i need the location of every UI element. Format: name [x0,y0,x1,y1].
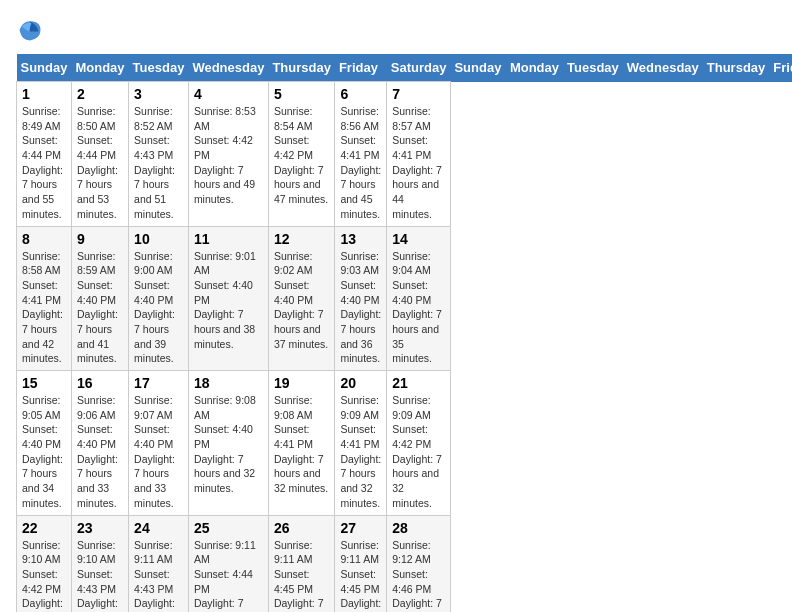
day-info: Sunrise: 9:03 AMSunset: 4:40 PMDaylight:… [340,249,381,367]
day-number: 28 [392,520,445,536]
day-cell: 10 Sunrise: 9:00 AMSunset: 4:40 PMDaylig… [129,226,189,371]
day-cell: 8 Sunrise: 8:58 AMSunset: 4:41 PMDayligh… [17,226,72,371]
day-number: 15 [22,375,66,391]
col-header-thursday: Thursday [703,54,770,82]
day-cell: 23 Sunrise: 9:10 AMSunset: 4:43 PMDaylig… [71,515,128,612]
day-number: 3 [134,86,183,102]
col-header-saturday: Saturday [387,54,451,82]
col-header-friday: Friday [335,54,387,82]
day-info: Sunrise: 9:04 AMSunset: 4:40 PMDaylight:… [392,249,445,367]
day-info: Sunrise: 9:09 AMSunset: 4:42 PMDaylight:… [392,393,445,511]
day-cell: 22 Sunrise: 9:10 AMSunset: 4:42 PMDaylig… [17,515,72,612]
col-header-wednesday: Wednesday [623,54,703,82]
logo [16,16,48,44]
day-info: Sunrise: 8:50 AMSunset: 4:44 PMDaylight:… [77,104,123,222]
day-number: 20 [340,375,381,391]
day-number: 21 [392,375,445,391]
day-info: Sunrise: 9:05 AMSunset: 4:40 PMDaylight:… [22,393,66,511]
day-number: 13 [340,231,381,247]
day-info: Sunrise: 9:11 AMSunset: 4:45 PMDaylight:… [274,538,330,613]
day-number: 10 [134,231,183,247]
col-header-thursday: Thursday [268,54,335,82]
day-info: Sunrise: 9:09 AMSunset: 4:41 PMDaylight:… [340,393,381,511]
day-cell: 24 Sunrise: 9:11 AMSunset: 4:43 PMDaylig… [129,515,189,612]
calendar-header-row: SundayMondayTuesdayWednesdayThursdayFrid… [17,54,793,82]
day-info: Sunrise: 9:01 AMSunset: 4:40 PMDaylight:… [194,249,263,352]
day-number: 19 [274,375,330,391]
day-cell: 7 Sunrise: 8:57 AMSunset: 4:41 PMDayligh… [387,82,451,227]
day-cell: 4 Sunrise: 8:53 AMSunset: 4:42 PMDayligh… [188,82,268,227]
day-info: Sunrise: 8:52 AMSunset: 4:43 PMDaylight:… [134,104,183,222]
day-number: 7 [392,86,445,102]
col-header-wednesday: Wednesday [188,54,268,82]
day-info: Sunrise: 9:10 AMSunset: 4:43 PMDaylight:… [77,538,123,613]
day-number: 6 [340,86,381,102]
day-info: Sunrise: 8:53 AMSunset: 4:42 PMDaylight:… [194,104,263,207]
day-cell: 21 Sunrise: 9:09 AMSunset: 4:42 PMDaylig… [387,371,451,516]
day-number: 9 [77,231,123,247]
day-number: 11 [194,231,263,247]
day-cell: 16 Sunrise: 9:06 AMSunset: 4:40 PMDaylig… [71,371,128,516]
day-cell: 5 Sunrise: 8:54 AMSunset: 4:42 PMDayligh… [268,82,335,227]
day-cell: 25 Sunrise: 9:11 AMSunset: 4:44 PMDaylig… [188,515,268,612]
day-number: 16 [77,375,123,391]
day-cell: 12 Sunrise: 9:02 AMSunset: 4:40 PMDaylig… [268,226,335,371]
day-info: Sunrise: 8:59 AMSunset: 4:40 PMDaylight:… [77,249,123,367]
day-cell: 26 Sunrise: 9:11 AMSunset: 4:45 PMDaylig… [268,515,335,612]
day-cell: 1 Sunrise: 8:49 AMSunset: 4:44 PMDayligh… [17,82,72,227]
day-info: Sunrise: 9:11 AMSunset: 4:43 PMDaylight:… [134,538,183,613]
day-info: Sunrise: 9:10 AMSunset: 4:42 PMDaylight:… [22,538,66,613]
day-number: 12 [274,231,330,247]
week-row-3: 15 Sunrise: 9:05 AMSunset: 4:40 PMDaylig… [17,371,793,516]
day-number: 27 [340,520,381,536]
col-header-monday: Monday [506,54,563,82]
col-header-tuesday: Tuesday [563,54,623,82]
day-cell: 2 Sunrise: 8:50 AMSunset: 4:44 PMDayligh… [71,82,128,227]
day-cell: 9 Sunrise: 8:59 AMSunset: 4:40 PMDayligh… [71,226,128,371]
logo-icon [16,16,44,44]
day-cell: 15 Sunrise: 9:05 AMSunset: 4:40 PMDaylig… [17,371,72,516]
day-number: 23 [77,520,123,536]
day-info: Sunrise: 8:58 AMSunset: 4:41 PMDaylight:… [22,249,66,367]
day-info: Sunrise: 8:57 AMSunset: 4:41 PMDaylight:… [392,104,445,222]
day-number: 17 [134,375,183,391]
day-cell: 17 Sunrise: 9:07 AMSunset: 4:40 PMDaylig… [129,371,189,516]
day-info: Sunrise: 9:00 AMSunset: 4:40 PMDaylight:… [134,249,183,367]
day-number: 24 [134,520,183,536]
day-number: 5 [274,86,330,102]
day-cell: 27 Sunrise: 9:11 AMSunset: 4:45 PMDaylig… [335,515,387,612]
day-cell: 3 Sunrise: 8:52 AMSunset: 4:43 PMDayligh… [129,82,189,227]
day-info: Sunrise: 8:49 AMSunset: 4:44 PMDaylight:… [22,104,66,222]
day-cell: 14 Sunrise: 9:04 AMSunset: 4:40 PMDaylig… [387,226,451,371]
day-info: Sunrise: 9:11 AMSunset: 4:45 PMDaylight:… [340,538,381,613]
day-cell: 11 Sunrise: 9:01 AMSunset: 4:40 PMDaylig… [188,226,268,371]
day-number: 1 [22,86,66,102]
day-cell: 13 Sunrise: 9:03 AMSunset: 4:40 PMDaylig… [335,226,387,371]
col-header-monday: Monday [71,54,128,82]
day-number: 25 [194,520,263,536]
day-info: Sunrise: 9:08 AMSunset: 4:41 PMDaylight:… [274,393,330,496]
calendar-table: SundayMondayTuesdayWednesdayThursdayFrid… [16,54,792,612]
day-info: Sunrise: 9:06 AMSunset: 4:40 PMDaylight:… [77,393,123,511]
day-info: Sunrise: 9:12 AMSunset: 4:46 PMDaylight:… [392,538,445,613]
day-info: Sunrise: 9:02 AMSunset: 4:40 PMDaylight:… [274,249,330,352]
day-number: 22 [22,520,66,536]
day-cell: 18 Sunrise: 9:08 AMSunset: 4:40 PMDaylig… [188,371,268,516]
day-cell: 6 Sunrise: 8:56 AMSunset: 4:41 PMDayligh… [335,82,387,227]
col-header-sunday: Sunday [450,54,505,82]
day-info: Sunrise: 9:11 AMSunset: 4:44 PMDaylight:… [194,538,263,613]
day-number: 18 [194,375,263,391]
day-number: 8 [22,231,66,247]
day-number: 4 [194,86,263,102]
day-info: Sunrise: 8:56 AMSunset: 4:41 PMDaylight:… [340,104,381,222]
day-cell: 20 Sunrise: 9:09 AMSunset: 4:41 PMDaylig… [335,371,387,516]
week-row-1: 1 Sunrise: 8:49 AMSunset: 4:44 PMDayligh… [17,82,793,227]
col-header-tuesday: Tuesday [129,54,189,82]
day-info: Sunrise: 9:08 AMSunset: 4:40 PMDaylight:… [194,393,263,496]
col-header-friday: Friday [769,54,792,82]
page-header [16,16,776,44]
day-number: 26 [274,520,330,536]
day-cell: 19 Sunrise: 9:08 AMSunset: 4:41 PMDaylig… [268,371,335,516]
day-cell: 28 Sunrise: 9:12 AMSunset: 4:46 PMDaylig… [387,515,451,612]
day-info: Sunrise: 8:54 AMSunset: 4:42 PMDaylight:… [274,104,330,207]
